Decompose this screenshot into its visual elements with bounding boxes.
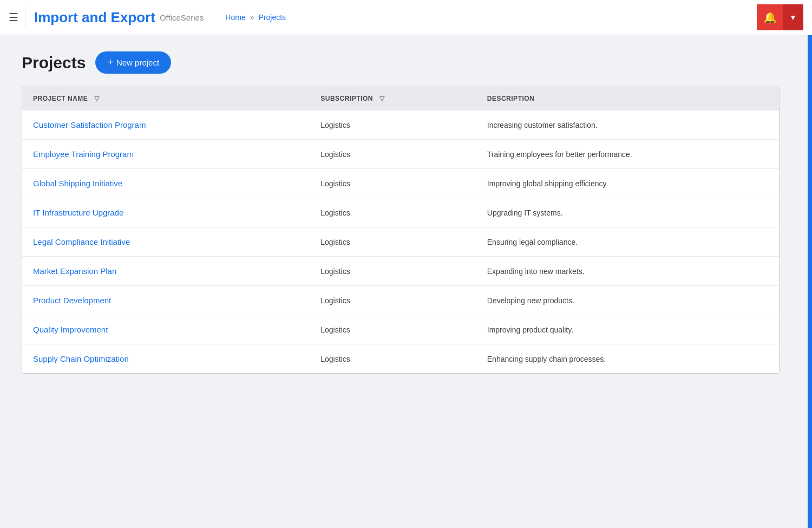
col-header-description: DESCRIPTION: [476, 87, 779, 110]
project-description-cell: Ensuring legal compliance.: [476, 227, 779, 257]
header-divider: [25, 6, 25, 28]
projects-table-container: PROJECT NAME ▽ SUBSCRIPTION ▽ DESCRIPTIO…: [22, 87, 780, 374]
project-description-cell: Enhancing supply chain processes.: [476, 344, 779, 374]
breadcrumb-separator: »: [250, 13, 254, 22]
page-header: Projects + New project: [22, 51, 790, 74]
table-row: Global Shipping Initiative Logistics Imp…: [22, 169, 779, 198]
col-header-subscription[interactable]: SUBSCRIPTION ▽: [310, 87, 476, 110]
table-row: Quality Improvement Logistics Improving …: [22, 315, 779, 344]
plus-icon: +: [107, 57, 113, 68]
project-subscription-cell: Logistics: [310, 169, 476, 198]
project-name-link[interactable]: Quality Improvement: [33, 325, 108, 334]
hamburger-menu-icon[interactable]: ☰: [9, 12, 18, 23]
scrollbar-accent: [808, 35, 812, 528]
project-subscription-cell: Logistics: [310, 227, 476, 257]
table-row: Customer Satisfaction Program Logistics …: [22, 110, 779, 140]
new-project-button[interactable]: + New project: [95, 51, 171, 74]
project-subscription-cell: Logistics: [310, 315, 476, 344]
app-title: Import and Export: [34, 9, 155, 26]
projects-table: PROJECT NAME ▽ SUBSCRIPTION ▽ DESCRIPTIO…: [22, 87, 779, 373]
project-name-link[interactable]: Product Development: [33, 296, 111, 305]
project-subscription-cell: Logistics: [310, 344, 476, 374]
project-subscription-cell: Logistics: [310, 140, 476, 169]
new-project-label: New project: [116, 58, 159, 67]
project-description-cell: Improving global shipping efficiency.: [476, 169, 779, 198]
table-row: Employee Training Program Logistics Trai…: [22, 140, 779, 169]
col-header-name[interactable]: PROJECT NAME ▽: [22, 87, 310, 110]
project-name-link[interactable]: IT Infrastructure Upgrade: [33, 208, 123, 217]
project-name-cell: Global Shipping Initiative: [22, 169, 310, 198]
project-subscription-cell: Logistics: [310, 198, 476, 227]
breadcrumb-current[interactable]: Projects: [259, 13, 286, 22]
table-row: Supply Chain Optimization Logistics Enha…: [22, 344, 779, 374]
table-body: Customer Satisfaction Program Logistics …: [22, 110, 779, 374]
project-name-cell: Product Development: [22, 286, 310, 315]
table-row: Legal Compliance Initiative Logistics En…: [22, 227, 779, 257]
project-name-cell: Customer Satisfaction Program: [22, 110, 310, 140]
project-name-link[interactable]: Customer Satisfaction Program: [33, 120, 146, 129]
filter-name-icon[interactable]: ▽: [94, 95, 100, 102]
project-name-cell: Employee Training Program: [22, 140, 310, 169]
project-description-cell: Upgrading IT systems.: [476, 198, 779, 227]
project-description-cell: Expanding into new markets.: [476, 257, 779, 286]
filter-subscription-icon[interactable]: ▽: [379, 95, 385, 102]
project-name-link[interactable]: Legal Compliance Initiative: [33, 237, 130, 246]
table-row: IT Infrastructure Upgrade Logistics Upgr…: [22, 198, 779, 227]
project-description-cell: Increasing customer satisfaction.: [476, 110, 779, 140]
project-name-link[interactable]: Global Shipping Initiative: [33, 179, 122, 188]
table-header: PROJECT NAME ▽ SUBSCRIPTION ▽ DESCRIPTIO…: [22, 87, 779, 110]
chevron-down-icon: ▼: [789, 13, 797, 22]
app-subtitle: OfficeSeries: [160, 13, 204, 22]
project-name-cell: Legal Compliance Initiative: [22, 227, 310, 257]
table-row: Product Development Logistics Developing…: [22, 286, 779, 315]
main-content: Projects + New project PROJECT NAME ▽ SU…: [0, 35, 812, 390]
project-subscription-cell: Logistics: [310, 257, 476, 286]
project-description-cell: Training employees for better performanc…: [476, 140, 779, 169]
project-subscription-cell: Logistics: [310, 286, 476, 315]
table-row: Market Expansion Plan Logistics Expandin…: [22, 257, 779, 286]
project-description-cell: Improving product quality.: [476, 315, 779, 344]
project-name-cell: Market Expansion Plan: [22, 257, 310, 286]
app-header: ☰ Import and Export OfficeSeries Home » …: [0, 0, 812, 35]
project-name-cell: IT Infrastructure Upgrade: [22, 198, 310, 227]
project-name-cell: Quality Improvement: [22, 315, 310, 344]
breadcrumb: Home » Projects: [225, 13, 286, 22]
bell-icon: 🔔: [763, 11, 777, 24]
notifications-button[interactable]: 🔔: [757, 4, 783, 30]
project-name-cell: Supply Chain Optimization: [22, 344, 310, 374]
project-name-link[interactable]: Market Expansion Plan: [33, 266, 116, 276]
user-dropdown-button[interactable]: ▼: [783, 4, 803, 30]
header-actions: 🔔 ▼: [757, 4, 803, 30]
project-subscription-cell: Logistics: [310, 110, 476, 140]
project-name-link[interactable]: Supply Chain Optimization: [33, 354, 129, 363]
project-description-cell: Developing new products.: [476, 286, 779, 315]
breadcrumb-home[interactable]: Home: [225, 13, 245, 22]
project-name-link[interactable]: Employee Training Program: [33, 149, 134, 159]
page-title: Projects: [22, 54, 86, 72]
